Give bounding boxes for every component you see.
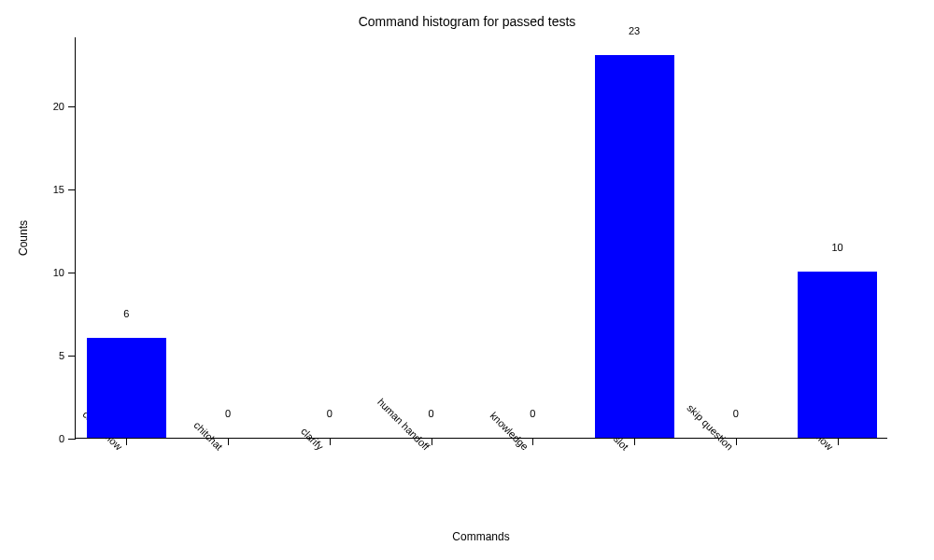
bar — [595, 55, 674, 438]
bar — [798, 272, 877, 438]
y-tick-label: 15 — [53, 184, 76, 195]
bar-value-label: 23 — [629, 25, 640, 40]
chart-title: Command histogram for passed tests — [0, 14, 934, 29]
bar-value-label: 0 — [530, 408, 535, 423]
x-axis-label: Commands — [75, 530, 887, 543]
bar-value-label: 10 — [832, 242, 843, 257]
bar — [87, 338, 166, 438]
x-tick-label: clarify — [299, 419, 333, 453]
bar-value-label: 6 — [123, 308, 129, 323]
bar-value-label: 0 — [327, 408, 333, 423]
y-tick-label: 20 — [53, 101, 76, 112]
y-axis-label: Counts — [17, 220, 30, 256]
chart-plot-area: 05101520cancel flow6chitchat0clarify0hum… — [75, 37, 887, 439]
bar-value-label: 0 — [225, 408, 231, 423]
bar-value-label: 0 — [733, 408, 739, 423]
x-tick-label: skip question — [685, 396, 742, 453]
y-tick-label: 0 — [59, 433, 76, 444]
y-tick-label: 10 — [53, 267, 76, 278]
bar-value-label: 0 — [429, 408, 434, 423]
y-tick-label: 5 — [59, 350, 76, 361]
